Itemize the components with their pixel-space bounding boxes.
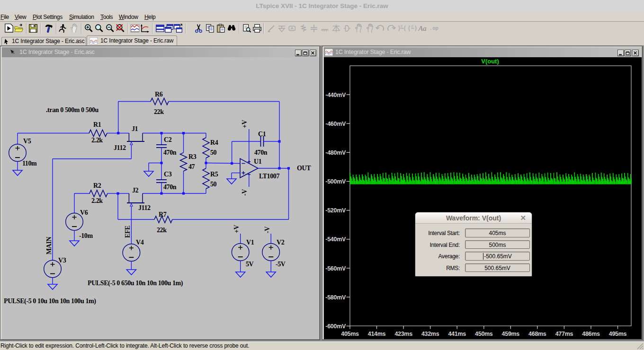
svg-text:V3: V3 bbox=[58, 257, 66, 264]
svg-text:V1: V1 bbox=[246, 239, 254, 246]
svg-text:-V: -V bbox=[241, 189, 248, 196]
svg-text:.op: .op bbox=[429, 26, 438, 31]
svg-text:-5V: -5V bbox=[276, 261, 286, 268]
svg-text:V2: V2 bbox=[277, 239, 285, 246]
svg-text:470n: 470n bbox=[163, 184, 177, 191]
svg-text:441ms: 441ms bbox=[448, 331, 466, 337]
svg-text:470n: 470n bbox=[163, 149, 177, 156]
svg-text:R2: R2 bbox=[93, 182, 101, 189]
svg-text:-10m: -10m bbox=[79, 232, 93, 239]
svg-text:J1: J1 bbox=[132, 125, 138, 132]
svg-text:414ms: 414ms bbox=[368, 331, 386, 337]
svg-text:+V: +V bbox=[241, 120, 248, 128]
svg-text:J112: J112 bbox=[138, 204, 151, 211]
svg-text:-V: -V bbox=[264, 227, 271, 233]
svg-text:2.2k: 2.2k bbox=[91, 197, 103, 204]
svg-text:-520mV: -520mV bbox=[325, 207, 346, 214]
svg-text:R5: R5 bbox=[210, 171, 218, 178]
svg-text:R1: R1 bbox=[93, 121, 101, 128]
svg-text:R6: R6 bbox=[155, 91, 163, 98]
svg-text:110m: 110m bbox=[22, 160, 37, 167]
svg-text:50: 50 bbox=[210, 181, 217, 188]
svg-text:C1: C1 bbox=[258, 131, 266, 138]
svg-text:450ms: 450ms bbox=[475, 331, 493, 337]
svg-text:R3: R3 bbox=[188, 153, 197, 160]
svg-text:468ms: 468ms bbox=[528, 331, 546, 337]
svg-text:477ms: 477ms bbox=[555, 331, 573, 337]
svg-text:470n: 470n bbox=[254, 149, 268, 156]
svg-text:EFE: EFE bbox=[124, 226, 131, 238]
svg-text:2.2k: 2.2k bbox=[91, 137, 103, 144]
svg-text:MAIN: MAIN bbox=[45, 236, 53, 254]
svg-text:V6: V6 bbox=[80, 209, 88, 216]
svg-text:22k: 22k bbox=[154, 108, 164, 115]
svg-text:V(out): V(out) bbox=[481, 58, 499, 65]
svg-text:50: 50 bbox=[210, 149, 217, 156]
svg-text:-540mV: -540mV bbox=[325, 236, 346, 243]
svg-text:.tran 0 500m 0 500u: .tran 0 500m 0 500u bbox=[46, 106, 99, 114]
svg-text:Aa: Aa bbox=[418, 24, 427, 32]
svg-text:J112: J112 bbox=[114, 144, 126, 151]
svg-text:432ms: 432ms bbox=[421, 331, 439, 337]
svg-text:-580mV: -580mV bbox=[325, 294, 346, 301]
svg-text:A: A bbox=[290, 26, 294, 31]
svg-text:C2: C2 bbox=[164, 136, 172, 143]
svg-text:-480mV: -480mV bbox=[325, 149, 346, 156]
svg-text:-560mV: -560mV bbox=[325, 265, 346, 272]
svg-text:PULSE(-5 0 650u 10n 10n 100u 1: PULSE(-5 0 650u 10n 10n 100u 1m) bbox=[88, 280, 183, 287]
svg-text:405ms: 405ms bbox=[341, 331, 359, 337]
svg-text:PULSE(-5 0 10u 10n 10n 100u 1m: PULSE(-5 0 10u 10n 10n 100u 1m) bbox=[4, 298, 96, 305]
svg-text:C3: C3 bbox=[164, 171, 172, 178]
svg-text:-600mV: -600mV bbox=[325, 323, 346, 330]
svg-text:495ms: 495ms bbox=[609, 331, 627, 337]
svg-text:486ms: 486ms bbox=[582, 331, 600, 337]
svg-text:+V: +V bbox=[233, 225, 240, 233]
svg-text:R4: R4 bbox=[210, 139, 218, 146]
svg-text:-500mV: -500mV bbox=[325, 178, 346, 185]
svg-text:-440mV: -440mV bbox=[325, 92, 346, 98]
svg-text:OUT: OUT bbox=[297, 165, 311, 172]
svg-text:5V: 5V bbox=[246, 261, 254, 268]
svg-text:-460mV: -460mV bbox=[325, 121, 346, 127]
svg-text:V5: V5 bbox=[23, 138, 31, 145]
svg-text:E: E bbox=[401, 25, 403, 28]
svg-text:459ms: 459ms bbox=[502, 331, 520, 337]
svg-text:423ms: 423ms bbox=[394, 331, 412, 337]
svg-text:J2: J2 bbox=[132, 187, 139, 194]
svg-text:V4: V4 bbox=[136, 239, 144, 246]
svg-text:E: E bbox=[411, 25, 414, 28]
svg-text:R7: R7 bbox=[159, 211, 167, 218]
svg-text:U1: U1 bbox=[254, 158, 262, 165]
svg-text:47: 47 bbox=[188, 163, 195, 170]
svg-text:22k: 22k bbox=[157, 227, 167, 234]
svg-text:LT1007: LT1007 bbox=[259, 173, 279, 180]
